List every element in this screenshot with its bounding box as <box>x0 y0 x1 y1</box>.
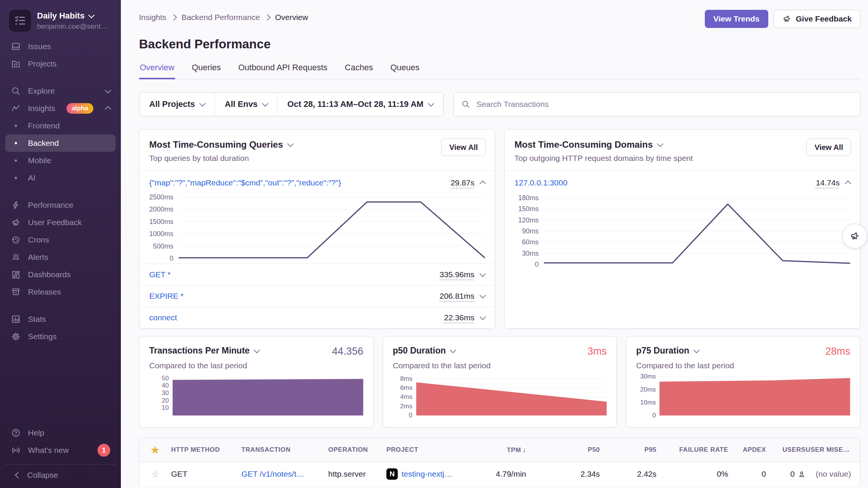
column-header-http-method[interactable]: HTTP METHOD <box>171 446 241 454</box>
chevron-down-icon[interactable] <box>693 347 700 353</box>
column-header-transaction[interactable]: TRANSACTION <box>241 446 328 454</box>
broadcast-icon <box>11 445 21 455</box>
sidebar-collapse-button[interactable]: Collapse <box>5 464 116 488</box>
query-link[interactable]: EXPIRE * <box>149 292 184 301</box>
sidebar-item-mobile[interactable]: Mobile <box>5 152 116 169</box>
gear-icon <box>11 332 21 341</box>
p50-area-chart: 8ms6ms4ms2ms0 <box>393 375 607 415</box>
date-range-filter[interactable]: Oct 28, 11:13 AM–Oct 28, 11:19 AM <box>277 93 443 116</box>
org-switcher[interactable]: Daily Habits benjamin.coe@sent… <box>0 7 121 34</box>
issues-icon <box>11 42 21 51</box>
sidebar-item-releases[interactable]: Releases <box>5 283 116 301</box>
tab-overview[interactable]: Overview <box>139 63 175 79</box>
query-total-duration: 29.87s <box>451 178 474 187</box>
sidebar-item-insights[interactable]: Insights alpha <box>5 100 116 117</box>
queries-view-all-button[interactable]: View All <box>441 139 486 156</box>
card-title: p75 Duration <box>636 346 689 356</box>
project-filter[interactable]: All Projects <box>139 93 215 116</box>
sidebar-item-backend[interactable]: Backend <box>5 134 116 152</box>
page-filter-bar: All Projects All Envs Oct 28, 11:13 AM–O… <box>139 92 443 116</box>
project-link[interactable]: testing-nextj… <box>402 469 452 479</box>
column-header-user-misery[interactable]: USER MISERY <box>806 446 860 454</box>
sidebar-item-whats-new[interactable]: What's new 1 <box>5 442 116 459</box>
sidebar-item-projects[interactable]: Projects <box>5 55 116 73</box>
sidebar-nav: Issues Projects Explore Insights alpha <box>0 34 121 345</box>
domain-link[interactable]: 127.0.0.1:3000 <box>514 178 567 187</box>
p75-value: 28ms <box>825 346 850 357</box>
tab-outbound-api-requests[interactable]: Outbound API Requests <box>238 63 328 79</box>
sidebar-item-settings[interactable]: Settings <box>5 328 116 345</box>
sidebar-item-user-feedback[interactable]: User Feedback <box>5 214 116 231</box>
environment-filter[interactable]: All Envs <box>215 93 277 116</box>
transaction-link[interactable]: GET /v1/notes/t… <box>241 469 328 479</box>
search-transactions-input[interactable] <box>476 99 853 109</box>
app-window: Daily Habits benjamin.coe@sent… Issues P… <box>0 0 868 488</box>
main-content: Insights Backend Performance Overview Vi… <box>121 0 868 488</box>
sidebar-item-issues[interactable]: Issues <box>5 38 116 55</box>
breadcrumb-overview: Overview <box>275 13 308 22</box>
column-header-users[interactable]: USERS <box>766 446 806 454</box>
environment-filter-value: All Envs <box>225 99 258 109</box>
column-header-p50[interactable]: P50 <box>526 446 600 454</box>
table-header-row: ★ HTTP METHOD TRANSACTION OPERATION PROJ… <box>139 438 860 462</box>
query-link[interactable]: GET * <box>149 270 171 279</box>
sidebar-item-label: What's new <box>28 446 69 455</box>
checklist-logo-icon <box>14 14 26 27</box>
breadcrumb-backend-performance[interactable]: Backend Performance <box>181 13 260 22</box>
sidebar-item-label: Mobile <box>28 156 51 165</box>
chevron-down-icon[interactable] <box>450 347 456 353</box>
failure-rate-cell: 0% <box>656 469 728 479</box>
chevron-down-icon[interactable] <box>480 292 486 299</box>
sidebar-item-frontend[interactable]: Frontend <box>5 117 116 134</box>
chevron-down-icon[interactable] <box>287 141 294 147</box>
bar-chart-icon <box>11 314 21 324</box>
sidebar-item-label: Backend <box>28 139 59 148</box>
query-link[interactable]: connect <box>149 313 177 322</box>
give-feedback-button[interactable]: Give Feedback <box>774 10 860 28</box>
domains-view-all-button[interactable]: View All <box>806 139 851 156</box>
sidebar-item-label: Issues <box>28 42 51 51</box>
star-toggle[interactable]: ☆ <box>139 469 171 480</box>
star-column-header-icon[interactable]: ★ <box>139 445 171 456</box>
queries-panel-title: Most Time-Consuming Queries <box>149 139 283 150</box>
p50-cell: 2.34s <box>526 469 600 479</box>
sidebar-item-performance[interactable]: Performance <box>5 196 116 214</box>
column-header-p95[interactable]: P95 <box>600 446 656 454</box>
tab-bar: Overview Queries Outbound API Requests C… <box>139 63 860 79</box>
breadcrumb-insights[interactable]: Insights <box>139 13 166 22</box>
sidebar-item-ai[interactable]: AI <box>5 169 116 187</box>
sidebar-item-alerts[interactable]: Alerts <box>5 249 116 266</box>
view-trends-button[interactable]: View Trends <box>705 10 768 28</box>
project-filter-value: All Projects <box>149 99 195 109</box>
chevron-down-icon[interactable] <box>480 314 486 320</box>
column-header-tpm[interactable]: TPM↓ <box>485 446 526 454</box>
chevron-down-icon[interactable] <box>480 271 486 277</box>
query-link[interactable]: {"map":"?","mapReduce":"$cmd","out":"?",… <box>149 178 341 187</box>
column-header-project[interactable]: PROJECT <box>386 446 485 454</box>
column-header-apdex[interactable]: APDEX <box>728 446 766 454</box>
tab-queues[interactable]: Queues <box>389 63 420 79</box>
domains-panel-subtitle: Top outgoing HTTP request domains by tim… <box>514 154 850 163</box>
sidebar-item-help[interactable]: Help <box>5 424 116 442</box>
sidebar-item-label: AI <box>28 173 36 182</box>
sidebar-item-crons[interactable]: Crons <box>5 231 116 249</box>
chevron-down-icon[interactable] <box>253 347 260 353</box>
domains-duration-chart: 180ms150ms120ms90ms60ms30ms0 <box>505 193 850 264</box>
floating-feedback-button[interactable] <box>842 224 867 249</box>
column-header-failure-rate[interactable]: FAILURE RATE <box>656 446 728 454</box>
sidebar-item-stats[interactable]: Stats <box>5 310 116 328</box>
sidebar-item-explore[interactable]: Explore <box>5 82 116 100</box>
p50-duration-card: p50 Duration 3ms Compared to the last pe… <box>383 336 617 428</box>
sidebar-item-label: Frontend <box>28 121 60 130</box>
most-time-consuming-queries-panel: Most Time-Consuming Queries Top queries … <box>139 129 495 329</box>
sidebar-item-dashboards[interactable]: Dashboards <box>5 266 116 283</box>
chevron-down-icon <box>428 100 434 107</box>
chevron-up-icon[interactable] <box>845 181 851 187</box>
tab-queries[interactable]: Queries <box>191 63 222 79</box>
chevron-up-icon[interactable] <box>480 181 486 187</box>
siren-icon <box>11 252 21 262</box>
column-header-operation[interactable]: OPERATION <box>328 446 386 454</box>
lightning-icon <box>11 200 21 210</box>
tab-caches[interactable]: Caches <box>344 63 374 79</box>
chevron-down-icon[interactable] <box>657 141 664 147</box>
